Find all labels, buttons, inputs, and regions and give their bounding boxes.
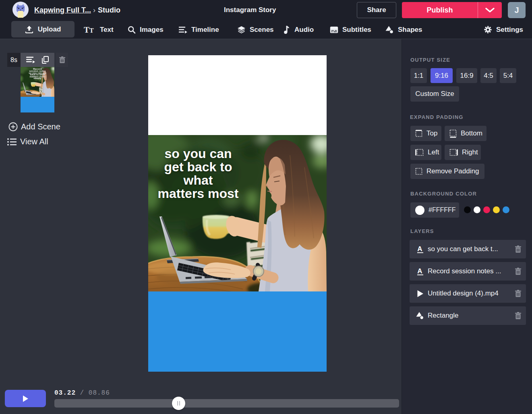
svg-text:A: A xyxy=(417,245,422,253)
svg-text:A: A xyxy=(417,267,422,275)
svg-text:T: T xyxy=(84,26,89,34)
svg-text:T: T xyxy=(89,27,94,34)
